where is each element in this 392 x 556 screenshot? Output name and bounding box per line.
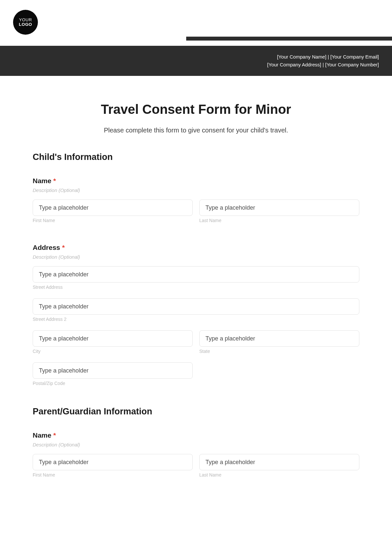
state-input[interactable] — [199, 330, 359, 347]
top-area: YOUR LOGO — [0, 0, 392, 46]
section-child-heading: Child's Information — [33, 152, 359, 162]
required-asterisk: * — [62, 244, 65, 251]
guardian-last-name-input[interactable] — [199, 454, 359, 470]
child-name-label: Name * — [33, 177, 359, 185]
postal-input[interactable] — [33, 362, 193, 379]
logo-line1: YOUR — [19, 18, 32, 22]
child-name-description: Description (Optional) — [33, 187, 359, 193]
form-title: Travel Consent Form for Minor — [33, 102, 359, 117]
street2-sublabel: Street Address 2 — [33, 317, 359, 322]
city-sublabel: City — [33, 349, 193, 354]
state-sublabel: State — [199, 349, 359, 354]
street2-input[interactable] — [33, 298, 359, 315]
child-last-name-input[interactable] — [199, 200, 359, 216]
guardian-name-label: Name * — [33, 431, 359, 439]
child-first-name-sublabel: First Name — [33, 218, 193, 223]
guardian-last-name-sublabel: Last Name — [199, 472, 359, 478]
company-header: [Your Company Name] | [Your Company Emai… — [0, 46, 392, 76]
form-subtitle: Please complete this form to give consen… — [33, 127, 359, 134]
required-asterisk: * — [53, 431, 56, 439]
section-guardian-heading: Parent/Guardian Information — [33, 407, 359, 417]
logo-placeholder: YOUR LOGO — [13, 10, 38, 35]
postal-sublabel: Postal/Zip Code — [33, 381, 193, 386]
form-content: Travel Consent Form for Minor Please com… — [0, 76, 392, 511]
child-last-name-sublabel: Last Name — [199, 218, 359, 223]
child-address-description: Description (Optional) — [33, 254, 359, 260]
guardian-name-description: Description (Optional) — [33, 442, 359, 447]
child-name-block: Name * Description (Optional) First Name… — [33, 177, 359, 229]
guardian-first-name-sublabel: First Name — [33, 472, 193, 478]
guardian-name-block: Name * Description (Optional) First Name… — [33, 431, 359, 483]
decorative-bar — [186, 37, 392, 41]
guardian-first-name-input[interactable] — [33, 454, 193, 470]
company-line1: [Your Company Name] | [Your Company Emai… — [13, 53, 379, 61]
child-address-label: Address * — [33, 244, 359, 252]
required-asterisk: * — [53, 177, 56, 184]
child-first-name-input[interactable] — [33, 200, 193, 216]
company-line2: [Your Company Address] | [Your Company N… — [13, 61, 379, 69]
logo-line2: LOGO — [19, 22, 32, 27]
child-address-block: Address * Description (Optional) Street … — [33, 244, 359, 392]
street-input[interactable] — [33, 266, 359, 283]
street-sublabel: Street Address — [33, 285, 359, 290]
city-input[interactable] — [33, 330, 193, 347]
